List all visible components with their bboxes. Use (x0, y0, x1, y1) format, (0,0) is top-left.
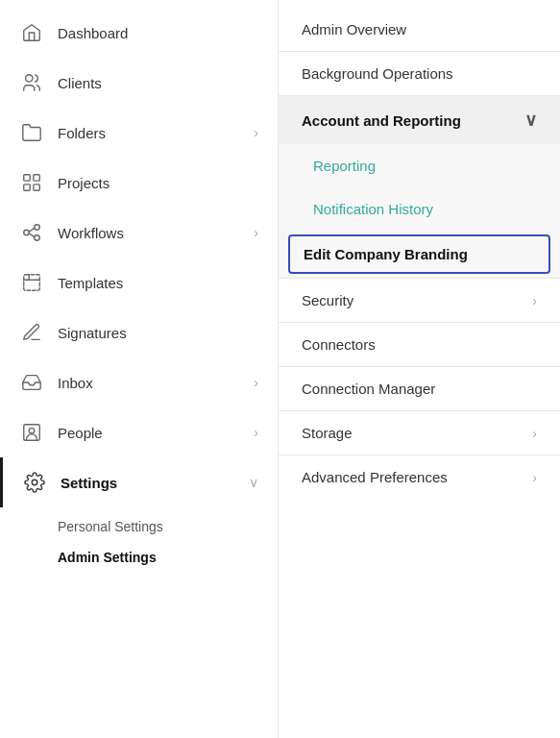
chevron-right-icon: › (254, 125, 258, 140)
sidebar-item-label: Settings (61, 475, 249, 491)
right-item-reporting[interactable]: Reporting (279, 144, 560, 187)
sidebar-item-settings[interactable]: Settings ∨ (0, 457, 278, 507)
projects-icon (19, 170, 44, 195)
chevron-down-icon: ∨ (524, 110, 537, 131)
sidebar-item-label: Signatures (58, 325, 258, 341)
settings-icon (22, 470, 47, 495)
sidebar-item-label: Dashboard (58, 25, 258, 41)
right-item-account-and-reporting[interactable]: Account and Reporting ∨ (279, 96, 560, 144)
people-icon (19, 420, 44, 445)
chevron-right-icon: › (532, 293, 537, 308)
right-item-advanced-preferences[interactable]: Advanced Preferences › (279, 455, 560, 499)
chevron-right-icon: › (532, 426, 537, 441)
connectors-label: Connectors (302, 336, 376, 353)
connection-manager-label: Connection Manager (302, 381, 435, 397)
folders-icon (19, 120, 44, 145)
sidebar-item-people[interactable]: People › (0, 407, 278, 457)
right-item-security[interactable]: Security › (279, 279, 560, 322)
svg-line-9 (29, 234, 35, 237)
sidebar-item-label: Inbox (58, 375, 254, 391)
sidebar-item-label: Workflows (58, 225, 254, 241)
sidebar-item-workflows[interactable]: Workflows › (0, 208, 278, 258)
templates-icon (19, 270, 44, 295)
svg-rect-10 (24, 275, 40, 291)
sidebar-item-projects[interactable]: Projects (0, 158, 278, 208)
right-item-storage[interactable]: Storage › (279, 411, 560, 455)
home-icon (19, 20, 44, 45)
svg-rect-2 (34, 175, 39, 181)
admin-overview-label: Admin Overview (302, 21, 406, 37)
sidebar-subitem-admin-settings[interactable]: Admin Settings (58, 542, 278, 573)
edit-company-branding-label: Edit Company Branding (304, 246, 468, 262)
account-reporting-label: Account and Reporting (302, 112, 461, 129)
sidebar-item-label: Folders (58, 125, 254, 141)
chevron-right-icon: › (532, 470, 537, 485)
signatures-icon (19, 320, 44, 345)
chevron-right-icon: › (254, 375, 258, 390)
edit-company-branding-wrapper: Edit Company Branding (279, 231, 560, 278)
svg-rect-1 (24, 175, 30, 181)
right-item-connection-manager[interactable]: Connection Manager (279, 367, 560, 410)
inbox-icon (19, 370, 44, 395)
chevron-right-icon: › (254, 225, 258, 240)
sidebar-item-label: Clients (58, 75, 258, 91)
svg-line-8 (29, 228, 35, 232)
svg-rect-3 (24, 184, 30, 190)
workflows-icon (19, 220, 44, 245)
right-panel: Admin Overview Background Operations Acc… (279, 0, 560, 738)
sidebar-item-signatures[interactable]: Signatures (0, 308, 278, 357)
svg-rect-4 (34, 184, 39, 190)
right-item-background-operations[interactable]: Background Operations (279, 52, 560, 95)
sidebar-item-label: Projects (58, 175, 258, 191)
sidebar-item-inbox[interactable]: Inbox › (0, 357, 278, 407)
sidebar-item-folders[interactable]: Folders › (0, 108, 278, 158)
svg-point-7 (35, 235, 40, 241)
sidebar-item-label: Templates (58, 275, 258, 291)
notification-history-label: Notification History (313, 201, 433, 217)
sidebar: Dashboard Clients Folders › Projects Wor… (0, 0, 279, 738)
right-item-connectors[interactable]: Connectors (279, 323, 560, 366)
sidebar-item-dashboard[interactable]: Dashboard (0, 8, 278, 58)
right-item-admin-overview[interactable]: Admin Overview (279, 8, 560, 51)
advanced-preferences-label: Advanced Preferences (302, 469, 448, 485)
background-operations-label: Background Operations (302, 65, 453, 82)
svg-point-15 (32, 480, 37, 485)
chevron-right-icon: › (254, 425, 258, 440)
security-label: Security (302, 292, 353, 308)
settings-submenu: Personal Settings Admin Settings (0, 507, 278, 580)
storage-label: Storage (302, 425, 353, 441)
svg-point-14 (29, 428, 35, 433)
sidebar-subitem-personal-settings[interactable]: Personal Settings (58, 511, 278, 542)
sidebar-item-clients[interactable]: Clients (0, 58, 278, 108)
chevron-down-icon: ∨ (249, 475, 258, 490)
reporting-label: Reporting (313, 158, 376, 174)
svg-point-6 (35, 225, 40, 231)
svg-point-5 (24, 230, 30, 235)
sidebar-item-templates[interactable]: Templates (0, 258, 278, 308)
right-item-notification-history[interactable]: Notification History (279, 187, 560, 231)
right-item-edit-company-branding[interactable]: Edit Company Branding (288, 234, 550, 274)
svg-point-0 (26, 75, 33, 82)
sidebar-item-label: People (58, 425, 254, 441)
account-reporting-subgroup: Reporting Notification History Edit Comp… (279, 144, 560, 278)
clients-icon (19, 70, 44, 95)
